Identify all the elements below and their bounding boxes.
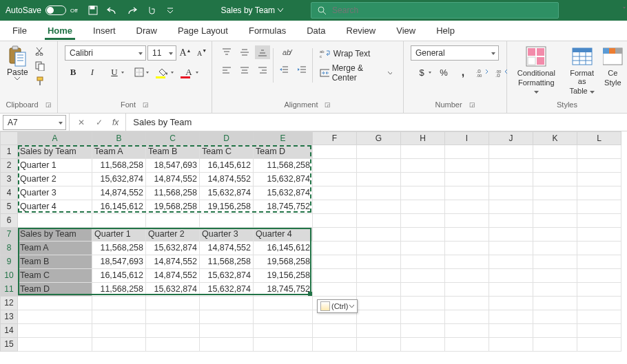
row-header[interactable]: 4 [0,186,18,200]
cell[interactable] [313,242,357,255]
autosave-toggle[interactable]: AutoSave Off [0,6,83,15]
cell[interactable]: 14,874,552 [200,173,254,186]
cell[interactable] [146,214,200,228]
cell[interactable] [445,269,489,283]
grow-font-icon[interactable]: A▲ [178,45,193,61]
cell[interactable] [313,255,357,269]
cell[interactable] [489,283,533,297]
underline-button[interactable]: U [103,65,125,80]
cell[interactable] [313,173,357,186]
cell[interactable]: 11,568,258 [200,255,254,269]
cell[interactable] [401,338,445,352]
cell[interactable] [357,173,401,186]
cell[interactable]: Team D [254,145,313,159]
cell[interactable] [489,200,533,214]
paste-options-button[interactable]: (Ctrl) [317,299,358,313]
cell[interactable]: 15,632,874 [254,186,313,200]
cell[interactable]: Sales by Team [18,228,92,242]
cell[interactable]: 11,568,258 [146,186,200,200]
cell[interactable] [401,173,445,186]
cell[interactable] [577,283,621,297]
cell[interactable] [489,269,533,283]
cell[interactable] [146,324,200,338]
cell[interactable] [445,283,489,297]
accounting-format-button[interactable]: $ [411,65,433,80]
cell[interactable]: 14,874,552 [92,186,146,200]
cell[interactable] [577,269,621,283]
column-header[interactable]: I [445,131,489,145]
cell[interactable] [357,269,401,283]
redo-icon[interactable] [123,2,140,19]
dialog-launcher-icon[interactable]: ◲ [45,101,52,108]
dialog-launcher-icon[interactable]: ◲ [143,101,149,108]
tab-draw[interactable]: Draw [134,21,160,40]
cell[interactable] [357,242,401,255]
cell[interactable] [445,242,489,255]
tab-data[interactable]: Data [304,21,328,40]
cell[interactable] [200,324,254,338]
cell[interactable] [445,255,489,269]
tab-file[interactable]: File [10,21,30,40]
cell[interactable]: Quarter 3 [200,228,254,242]
cell[interactable] [357,200,401,214]
cell[interactable] [577,159,621,173]
column-header[interactable]: F [313,131,357,145]
cell[interactable]: 15,632,874 [200,283,254,297]
cell[interactable] [445,310,489,324]
column-header[interactable]: J [489,131,533,145]
cell[interactable] [357,297,401,310]
cell[interactable]: Quarter 4 [254,228,313,242]
cell[interactable] [533,145,577,159]
shrink-font-icon[interactable]: A▼ [194,45,209,61]
conditional-formatting-button[interactable]: ConditionalFormatting [511,44,562,96]
cell[interactable] [146,310,200,324]
cell[interactable] [313,145,357,159]
row-header[interactable]: 12 [0,297,18,310]
qat-customize-icon[interactable] [162,2,178,19]
cell[interactable] [489,159,533,173]
dialog-launcher-icon[interactable]: ◲ [469,101,475,108]
align-right-icon[interactable] [255,63,270,77]
cell[interactable] [489,173,533,186]
cell[interactable] [92,324,146,338]
cell[interactable] [577,200,621,214]
row-header[interactable]: 14 [0,324,18,338]
cell[interactable]: 16,145,612 [254,242,313,255]
cell[interactable]: 15,632,874 [254,173,313,186]
cell[interactable] [357,310,401,324]
cell[interactable] [18,214,92,228]
row-header[interactable]: 6 [0,214,18,228]
cell[interactable] [357,228,401,242]
cell[interactable]: Team D [18,283,92,297]
cell[interactable] [254,324,313,338]
column-header[interactable]: G [357,131,401,145]
row-header[interactable]: 7 [0,228,18,242]
cell[interactable] [401,159,445,173]
row-header[interactable]: 8 [0,242,18,255]
cell[interactable]: 14,874,552 [200,242,254,255]
cell[interactable] [577,214,621,228]
cell[interactable] [313,214,357,228]
cell[interactable]: 14,874,552 [146,269,200,283]
name-box[interactable]: A7 [3,115,66,130]
cell[interactable]: Team C [18,269,92,283]
cell[interactable] [445,145,489,159]
row-header[interactable]: 11 [0,283,18,297]
enter-formula-icon[interactable]: ✓ [90,115,108,130]
cell[interactable] [357,338,401,352]
cell[interactable] [200,214,254,228]
fill-color-button[interactable] [153,65,175,80]
cell[interactable] [445,173,489,186]
cell[interactable]: Quarter 1 [92,228,146,242]
cell[interactable]: 15,632,874 [146,283,200,297]
row-header[interactable]: 3 [0,173,18,186]
cell[interactable] [533,324,577,338]
increase-indent-icon[interactable] [294,63,309,77]
cell[interactable]: 16,145,612 [92,200,146,214]
undo-icon[interactable] [104,2,121,19]
column-header[interactable]: C [146,131,200,145]
cell[interactable]: 14,874,552 [146,173,200,186]
cell[interactable] [357,214,401,228]
cell[interactable]: Quarter 3 [18,186,92,200]
align-center-icon[interactable] [237,63,252,77]
